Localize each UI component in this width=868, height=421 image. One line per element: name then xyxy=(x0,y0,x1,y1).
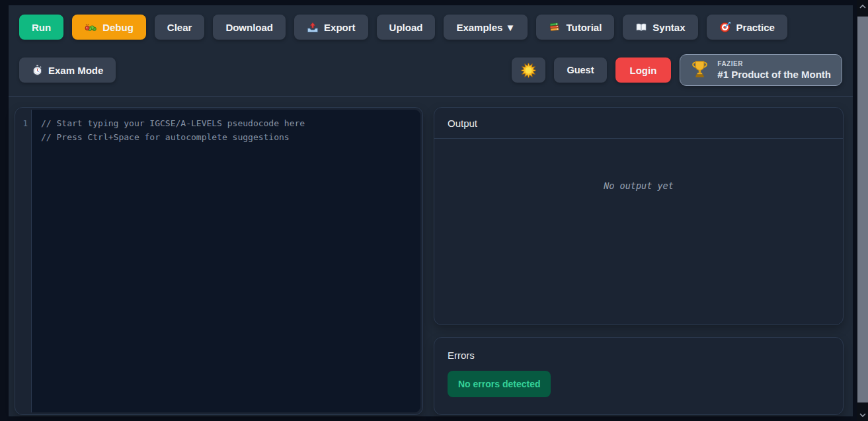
output-body: No output yet xyxy=(434,139,843,192)
trophy-icon xyxy=(690,59,710,82)
code-editor-panel: 1 // Start typing your IGCSE/A-LEVELS ps… xyxy=(15,107,423,415)
export-button-label: Export xyxy=(324,22,356,33)
download-button-label: Download xyxy=(225,22,273,33)
debug-button[interactable]: Debug xyxy=(72,15,146,40)
fazier-brand: FAZIER xyxy=(717,60,831,68)
code-editor-input[interactable]: // Start typing your IGCSE/A-LEVELS pseu… xyxy=(32,110,420,412)
login-button-label: Login xyxy=(630,65,657,76)
clear-button[interactable]: Clear xyxy=(155,15,205,40)
exam-mode-button-label: Exam Mode xyxy=(48,65,103,76)
errors-panel: Errors No errors detected xyxy=(434,337,844,415)
target-icon xyxy=(719,21,731,33)
scrollbar-down-arrow[interactable] xyxy=(857,409,868,420)
outbox-tray-icon xyxy=(307,22,319,33)
bug-icon xyxy=(85,22,97,32)
practice-button-label: Practice xyxy=(736,22,775,33)
upload-button-label: Upload xyxy=(389,22,423,33)
tutorial-button[interactable]: Tutorial xyxy=(536,15,614,40)
output-panel: Output No output yet xyxy=(434,107,844,325)
scrollbar-thumb[interactable] xyxy=(857,17,868,402)
theme-toggle-button[interactable] xyxy=(512,57,545,83)
guest-button-label: Guest xyxy=(567,65,594,75)
tutorial-button-label: Tutorial xyxy=(566,22,602,33)
right-column: Output No output yet Errors No errors de… xyxy=(434,107,844,415)
books-icon xyxy=(549,22,561,33)
examples-dropdown-button[interactable]: Examples ▼ xyxy=(444,15,528,40)
line-number: 1 xyxy=(22,118,28,128)
open-book-icon xyxy=(635,22,647,32)
clear-button-label: Clear xyxy=(167,22,192,33)
debug-button-label: Debug xyxy=(102,22,134,33)
chevron-up-icon xyxy=(859,5,866,9)
toolbar-row-primary: Run Debug xyxy=(19,15,842,40)
app-window: Run Debug xyxy=(0,0,868,421)
errors-panel-title: Errors xyxy=(448,350,830,361)
no-errors-status-badge: No errors detected xyxy=(448,371,551,397)
editor-line-number-gutter: 1 xyxy=(17,110,32,412)
stopwatch-icon xyxy=(32,64,43,76)
download-button[interactable]: Download xyxy=(213,15,286,40)
page-scrollbar-track[interactable] xyxy=(857,0,868,421)
toolbar: Run Debug xyxy=(9,5,853,96)
code-line: // Press Ctrl+Space for autocomplete sug… xyxy=(41,132,290,142)
fazier-badge-text: FAZIER #1 Product of the Month xyxy=(717,60,831,81)
exam-mode-button[interactable]: Exam Mode xyxy=(19,57,116,83)
output-panel-title: Output xyxy=(434,108,843,139)
sun-icon xyxy=(520,62,537,79)
toolbar-row-secondary: Exam Mode Guest Login xyxy=(19,54,842,86)
syntax-button-label: Syntax xyxy=(652,22,685,33)
run-button[interactable]: Run xyxy=(19,15,63,40)
syntax-button[interactable]: Syntax xyxy=(623,15,697,40)
scrollbar-up-arrow[interactable] xyxy=(857,1,868,12)
app-container: Run Debug xyxy=(9,5,853,416)
output-empty-message: No output yet xyxy=(604,180,674,191)
upload-button[interactable]: Upload xyxy=(377,15,436,40)
code-line: // Start typing your IGCSE/A-LEVELS pseu… xyxy=(41,118,305,128)
fazier-award-badge[interactable]: FAZIER #1 Product of the Month xyxy=(680,54,842,86)
examples-dropdown-label: Examples ▼ xyxy=(456,22,515,33)
main-content: 1 // Start typing your IGCSE/A-LEVELS ps… xyxy=(9,96,853,415)
guest-button[interactable]: Guest xyxy=(554,57,606,83)
login-button[interactable]: Login xyxy=(615,57,672,83)
practice-button[interactable]: Practice xyxy=(707,15,787,40)
export-button[interactable]: Export xyxy=(294,15,368,40)
fazier-award-title: #1 Product of the Month xyxy=(717,69,831,81)
chevron-down-icon xyxy=(859,413,866,417)
run-button-label: Run xyxy=(32,22,51,33)
